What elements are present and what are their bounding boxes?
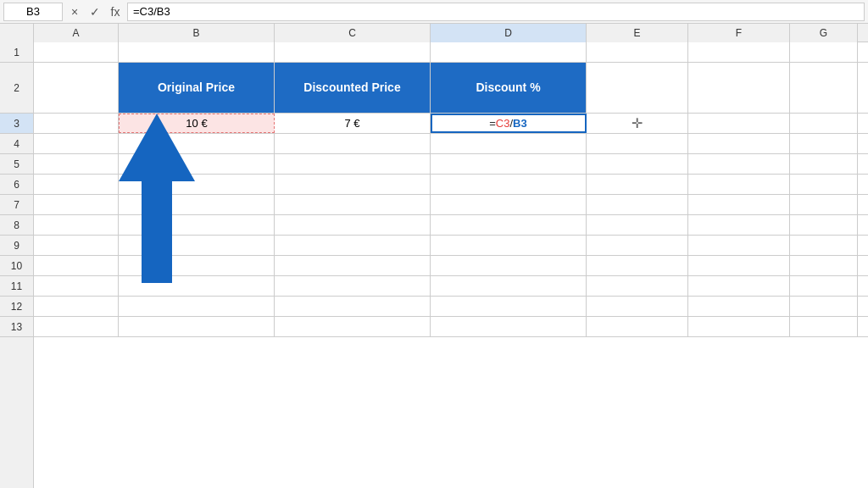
row-2: Original Price Discounted Price Discount… xyxy=(34,63,868,114)
cell-d3[interactable]: =C3/B3 xyxy=(431,114,587,133)
cell-b3[interactable]: 10 € xyxy=(119,114,275,133)
row-6 xyxy=(34,175,868,195)
cell-reference-box[interactable]: B3 xyxy=(3,3,63,21)
cell-b2-header[interactable]: Original Price xyxy=(119,63,275,113)
cell-f3[interactable] xyxy=(688,114,790,133)
cell-f2[interactable] xyxy=(688,63,790,113)
formula-equals: = xyxy=(489,117,496,130)
col-header-b[interactable]: B xyxy=(119,24,275,42)
col-header-e[interactable]: E xyxy=(587,24,688,42)
spreadsheet: A B C D E F G 1 2 3 4 5 6 7 8 9 10 11 12… xyxy=(0,24,868,488)
row-13 xyxy=(34,317,868,337)
cell-a2[interactable] xyxy=(34,63,119,113)
row-7 xyxy=(34,195,868,215)
row-header-8[interactable]: 8 xyxy=(0,215,33,236)
row-header-5[interactable]: 5 xyxy=(0,154,33,175)
row-header-7[interactable]: 7 xyxy=(0,195,33,215)
row-headers: 1 2 3 4 5 6 7 8 9 10 11 12 13 xyxy=(0,42,34,488)
row-4 xyxy=(34,134,868,154)
cell-f4[interactable] xyxy=(688,134,790,153)
row-header-13[interactable]: 13 xyxy=(0,317,33,337)
cell-c2-header[interactable]: Discounted Price xyxy=(275,63,431,113)
cell-b1[interactable] xyxy=(119,42,275,62)
formula-c-ref: C3 xyxy=(496,117,510,130)
row-1 xyxy=(34,42,868,63)
row-header-11[interactable]: 11 xyxy=(0,276,33,297)
cell-d1[interactable] xyxy=(431,42,587,62)
row-5 xyxy=(34,154,868,175)
row-header-10[interactable]: 10 xyxy=(0,256,33,276)
corner-cell xyxy=(0,24,34,42)
cell-f1[interactable] xyxy=(688,42,790,62)
cancel-formula-button[interactable]: × xyxy=(66,3,83,20)
cell-c3[interactable]: 7 € xyxy=(275,114,431,133)
col-header-g[interactable]: G xyxy=(790,24,858,42)
cell-g4[interactable] xyxy=(790,134,858,153)
cell-c4[interactable] xyxy=(275,134,431,153)
cell-a4[interactable] xyxy=(34,134,119,153)
row-header-3[interactable]: 3 xyxy=(0,114,33,134)
col-header-d[interactable]: D xyxy=(431,24,587,42)
plus-cursor-icon: ✛ xyxy=(632,115,643,131)
column-headers: A B C D E F G xyxy=(0,24,868,42)
row-header-4[interactable]: 4 xyxy=(0,134,33,154)
cell-d4[interactable] xyxy=(431,134,587,153)
formula-b-ref: B3 xyxy=(513,117,527,130)
grid-columns: Original Price Discounted Price Discount… xyxy=(34,42,868,488)
row-header-1[interactable]: 1 xyxy=(0,42,33,63)
cell-e2[interactable] xyxy=(587,63,688,113)
cell-e3[interactable]: ✛ xyxy=(587,114,688,133)
col-header-c[interactable]: C xyxy=(275,24,431,42)
cell-d2-header[interactable]: Discount % xyxy=(431,63,587,113)
row-header-2[interactable]: 2 xyxy=(0,63,33,114)
cell-c1[interactable] xyxy=(275,42,431,62)
row-12 xyxy=(34,297,868,317)
cell-e1[interactable] xyxy=(587,42,688,62)
col-header-a[interactable]: A xyxy=(34,24,119,42)
cell-g2[interactable] xyxy=(790,63,858,113)
formula-input[interactable] xyxy=(127,3,865,21)
row-header-9[interactable]: 9 xyxy=(0,236,33,256)
col-header-f[interactable]: F xyxy=(688,24,790,42)
row-9 xyxy=(34,236,868,256)
cell-a1[interactable] xyxy=(34,42,119,62)
grid-body: 1 2 3 4 5 6 7 8 9 10 11 12 13 xyxy=(0,42,868,488)
confirm-formula-button[interactable]: ✓ xyxy=(86,3,103,20)
cell-b4[interactable] xyxy=(119,134,275,153)
cell-g3[interactable] xyxy=(790,114,858,133)
row-10 xyxy=(34,256,868,276)
row-3: 10 € 7 € =C3/B3 ✛ xyxy=(34,114,868,134)
cell-a3[interactable] xyxy=(34,114,119,133)
fx-icon[interactable]: fx xyxy=(107,3,124,20)
cell-e4[interactable] xyxy=(587,134,688,153)
cell-g1[interactable] xyxy=(790,42,858,62)
row-header-12[interactable]: 12 xyxy=(0,297,33,317)
formula-bar: B3 × ✓ fx xyxy=(0,0,868,24)
row-header-6[interactable]: 6 xyxy=(0,175,33,195)
row-11 xyxy=(34,276,868,297)
row-8 xyxy=(34,215,868,236)
formula-display: =C3/B3 xyxy=(489,117,526,130)
